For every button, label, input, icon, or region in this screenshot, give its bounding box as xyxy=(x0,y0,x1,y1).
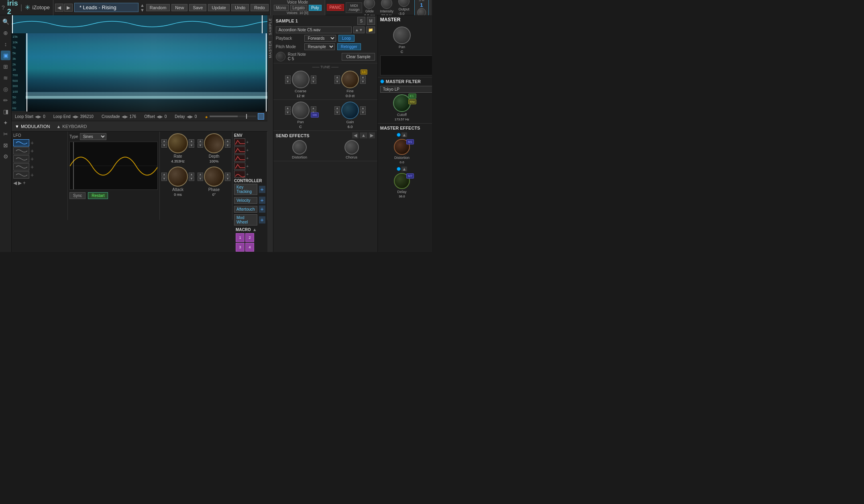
preset-next-btn[interactable]: ▶ xyxy=(64,4,73,12)
send-fx-prev[interactable]: ◀ xyxy=(352,132,359,138)
env-2-add-btn[interactable]: + xyxy=(246,148,249,152)
sample-s-button[interactable]: S xyxy=(357,17,365,25)
lfo-shape-3-btn[interactable] xyxy=(13,155,29,163)
sidebar-icon-search[interactable]: 🔍 xyxy=(1,17,10,26)
master-filter-led[interactable] xyxy=(380,79,384,83)
env-shape-4[interactable] xyxy=(234,163,245,170)
pan-right-up-btn[interactable]: ▲ xyxy=(311,106,316,110)
sidebar-icon-filter[interactable]: ◎ xyxy=(1,84,10,94)
filter-type-display[interactable]: Tokyo LP xyxy=(380,86,432,93)
mod-wheel-label[interactable]: Mod Wheel xyxy=(234,214,257,226)
env-shape-1[interactable] xyxy=(234,138,245,146)
file-arrows-btn[interactable]: ▲▼ xyxy=(353,26,365,33)
env-shape-5[interactable] xyxy=(234,171,245,178)
env-4-add-btn[interactable]: + xyxy=(246,164,249,169)
waveform-overview[interactable] xyxy=(12,15,267,33)
lfo-shape-1-add[interactable]: + xyxy=(31,140,34,146)
master-pan-knob[interactable] xyxy=(393,26,411,44)
sample-gain-knob[interactable] xyxy=(341,102,359,119)
crossfade-value[interactable]: 176 xyxy=(130,114,137,119)
spectrogram-main[interactable]: Hz 30 50 100 300 500 700 1k 2k 3k 5k 7k … xyxy=(12,33,267,112)
offset-arrows[interactable]: ◀▶ xyxy=(157,114,163,119)
aftertouch-label[interactable]: Aftertouch xyxy=(234,206,257,213)
preset-prev-btn[interactable]: ◀ xyxy=(55,4,63,12)
coarse-up-btn[interactable]: ▲ xyxy=(285,75,291,79)
tab-keyboard[interactable]: ▲ KEYBOARD xyxy=(56,124,87,129)
depth-right-up-btn[interactable]: ▲ xyxy=(225,139,230,143)
lfo-shape-4-add[interactable]: + xyxy=(31,164,34,170)
coarse-dn-btn[interactable]: ▼ xyxy=(285,80,291,84)
mono-button[interactable]: Mono xyxy=(274,5,289,11)
lfo-shape-5-add[interactable]: + xyxy=(31,172,34,178)
phase-dn-btn[interactable]: ▼ xyxy=(198,177,203,181)
sidebar-icon-move[interactable]: ↕ xyxy=(1,39,10,49)
new-button[interactable]: New xyxy=(171,4,187,11)
aftertouch-add-btn[interactable]: + xyxy=(259,205,265,213)
sample-tab[interactable]: SAMPLE xyxy=(267,15,273,38)
rate-up-btn[interactable]: ▲ xyxy=(161,139,167,143)
sidebar-icon-zoom[interactable]: ⊕ xyxy=(1,28,10,38)
sidebar-icon-slice[interactable]: ✂ xyxy=(1,129,10,139)
playhead-slider[interactable] xyxy=(210,116,256,117)
velocity-add-btn[interactable]: + xyxy=(259,197,265,204)
lfo-add-btn[interactable]: + xyxy=(23,180,26,186)
lfo-shape-5-btn[interactable] xyxy=(13,171,29,179)
pan-up-btn[interactable]: ▲ xyxy=(285,106,291,110)
panic-button[interactable]: PANIC xyxy=(327,4,344,11)
redo-button[interactable]: Redo xyxy=(251,4,268,11)
macro-btn-4[interactable]: 4 xyxy=(245,243,254,252)
loop-end-value[interactable]: 396210 xyxy=(80,114,94,119)
rate-right-dn-btn[interactable]: ▼ xyxy=(189,144,194,148)
attack-knob[interactable] xyxy=(168,167,188,187)
env-3-add-btn[interactable]: + xyxy=(246,156,249,161)
sidebar-icon-eraser[interactable]: ◨ xyxy=(1,107,10,116)
preset-dropdown-arrow[interactable]: ▲▼ xyxy=(140,3,145,12)
distortion-led[interactable] xyxy=(397,133,401,137)
loop-end-arrows[interactable]: ◀▶ xyxy=(72,114,79,119)
lfo-shape-3-add[interactable]: + xyxy=(31,156,34,162)
depth-right-dn-btn[interactable]: ▼ xyxy=(225,144,230,148)
master-tab[interactable]: MASTER xyxy=(267,38,273,61)
gain-dn-btn[interactable]: ▼ xyxy=(334,111,340,115)
macro-btn-2[interactable]: 2 xyxy=(245,233,254,242)
mod-wheel-add-btn[interactable]: + xyxy=(259,216,265,224)
legato-button[interactable]: Legato xyxy=(290,5,308,11)
sidebar-icon-select[interactable]: ▣ xyxy=(1,51,10,60)
key-tracking-label[interactable]: Key Tracking xyxy=(234,184,257,195)
fine-right-up-btn[interactable]: ▲ xyxy=(360,75,366,79)
distortion-up-btn[interactable]: ▲ xyxy=(401,132,408,137)
crossfade-arrows[interactable]: ◀▶ xyxy=(122,114,128,119)
macro-btn-3[interactable]: 3 xyxy=(236,243,245,252)
tab-modulation[interactable]: ▼ MODULATION xyxy=(15,124,50,129)
loop-indicator[interactable] xyxy=(258,113,264,120)
rate-right-up-btn[interactable]: ▲ xyxy=(189,139,194,143)
sample-file-name[interactable]: Accordion Note C5.wav xyxy=(276,26,352,33)
gain-up-btn[interactable]: ▲ xyxy=(334,106,340,110)
coarse-knob[interactable] xyxy=(292,71,310,88)
pan-dn-btn[interactable]: ▼ xyxy=(285,111,291,115)
offset-value[interactable]: 0 xyxy=(165,114,167,119)
sidebar-icon-edit[interactable]: ✏ xyxy=(1,96,10,105)
rate-dn-btn[interactable]: ▼ xyxy=(161,144,167,148)
env-shape-2[interactable] xyxy=(234,146,245,154)
macro-up-arrow[interactable]: ▲ xyxy=(253,227,257,232)
depth-up-btn[interactable]: ▲ xyxy=(198,139,203,143)
fine-dn-btn[interactable]: ▼ xyxy=(334,80,340,84)
distortion-send-knob[interactable] xyxy=(292,140,307,154)
clear-sample-button[interactable]: Clear Sample xyxy=(342,53,375,61)
coarse-right-dn-btn[interactable]: ▼ xyxy=(311,80,316,84)
delay-led[interactable] xyxy=(397,167,401,171)
phase-knob[interactable] xyxy=(201,164,227,189)
intensity-knob[interactable] xyxy=(381,0,392,9)
attack-right-dn-btn[interactable]: ▼ xyxy=(189,177,194,181)
restart-button[interactable]: Restart xyxy=(88,192,108,199)
retrigger-button[interactable]: Retrigger xyxy=(337,43,361,50)
update-button[interactable]: Update xyxy=(208,4,229,11)
pitch-mode-select[interactable]: Resample Granular xyxy=(304,43,335,50)
glide-knob[interactable] xyxy=(364,0,375,9)
send-fx-next[interactable]: ▶ xyxy=(369,132,375,138)
sample-pan-knob[interactable] xyxy=(292,102,310,119)
sidebar-icon-paint[interactable]: ✦ xyxy=(1,118,10,128)
lfo-prev-btn[interactable]: ◀ xyxy=(13,180,17,186)
question-icon[interactable]: ? xyxy=(2,4,5,11)
